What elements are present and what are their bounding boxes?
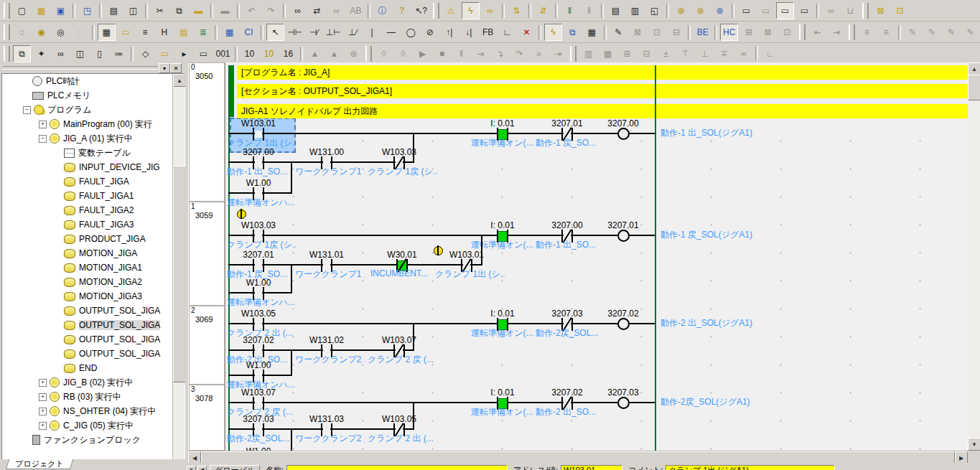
differential-monitor-icon[interactable]: ∞ (481, 2, 499, 19)
address-value-field[interactable]: W103.01 (561, 465, 622, 470)
dock-handle[interactable] (3, 66, 158, 70)
contact-no[interactable] (251, 258, 266, 273)
contact-nc[interactable] (392, 423, 406, 437)
compare-with-plc-icon[interactable]: ⇅ (508, 2, 526, 19)
tree-item-fault_jiga3[interactable]: FAULT_JIGA3 (2, 217, 172, 232)
ladder-vertical-scrollbar[interactable]: ▲ ▼ (968, 62, 980, 451)
tree-item-motion_jiga[interactable]: MOTION_JIGA (2, 246, 172, 260)
toolbar-handle[interactable] (849, 24, 855, 40)
tree-item-motion_jiga2[interactable]: MOTION_JIGA2 (2, 275, 172, 289)
output-window-icon[interactable]: ✦ (32, 45, 50, 62)
contact-no[interactable] (495, 229, 510, 243)
add-section-icon[interactable]: ▥ (626, 2, 644, 19)
zoom-tool-icon[interactable]: ◌ (13, 24, 31, 41)
contact-no[interactable] (251, 286, 266, 301)
display-hex-icon[interactable]: 16 (279, 45, 297, 62)
tree-item-jig_b-02-[interactable]: +JIG_B (02) 実行中 (2, 375, 172, 390)
tree-item-fault_jiga2[interactable]: FAULT_JIGA2 (2, 203, 172, 217)
address-reference-icon[interactable]: ⇄ (308, 2, 326, 19)
compile-program-check-icon[interactable]: ◳ (78, 2, 96, 19)
global-tab[interactable]: グローバル (210, 465, 260, 470)
find-icon[interactable]: ∞ (289, 2, 307, 19)
contact-no[interactable] (495, 127, 510, 141)
local-window-icon[interactable]: ▯ (90, 45, 108, 62)
tree-item-end[interactable]: END (2, 361, 172, 375)
contact-or-no-tool-icon[interactable]: ⊥⊢ (325, 24, 342, 41)
online-edit-go-icon[interactable]: ▦ (583, 24, 601, 41)
output-coil[interactable] (617, 128, 630, 140)
tree-scroll-thumb[interactable] (173, 166, 186, 382)
tree-item-output_sol_jiga[interactable]: OUTPUT_SOL_JIGA (2, 304, 172, 318)
tree-item-ns_ohter-04-[interactable]: +NS_OHTER (04) 実行中 (2, 404, 172, 418)
display-decimal-icon[interactable]: 10 (241, 45, 258, 62)
differentiate-down-tool-icon[interactable]: ↓| (459, 24, 477, 41)
section-display-icon[interactable]: ▤ (174, 24, 192, 41)
online-edit-send-icon[interactable]: ⊛ (691, 2, 709, 19)
tab-project[interactable]: プロジェクト (6, 459, 73, 469)
statement-list-icon[interactable]: ≡ (136, 24, 154, 41)
toolbar-handle[interactable] (862, 3, 869, 19)
mode-run-icon[interactable]: ▭ (795, 2, 813, 19)
tree-item-plc-[interactable]: PLCメモリ (2, 88, 172, 103)
contact-no[interactable] (251, 369, 266, 383)
contact-no[interactable] (319, 258, 334, 273)
mode-monitor-icon[interactable]: ▭ (776, 2, 794, 19)
find-section-icon[interactable]: ◱ (645, 2, 663, 19)
expand-icon[interactable]: + (39, 393, 47, 401)
contact-nc[interactable] (459, 258, 474, 273)
collapse-icon[interactable]: − (39, 135, 47, 143)
expand-icon[interactable]: + (39, 408, 47, 415)
tree-item-motion_jiga1[interactable]: MOTION_JIGA1 (2, 260, 172, 275)
contact-no[interactable] (251, 396, 266, 410)
contact-nc[interactable] (560, 127, 574, 141)
copy-icon[interactable]: ⧉ (170, 2, 188, 19)
contact-nc-tool-icon[interactable]: ⊣∕ (305, 24, 323, 41)
transfer-to-plc-icon[interactable]: ⇵ (534, 2, 552, 19)
print-icon[interactable]: ▤ (105, 2, 123, 19)
contact-nc[interactable] (560, 229, 574, 243)
program-section-list-icon[interactable]: ≣ (194, 24, 212, 41)
contact-no[interactable] (251, 187, 266, 201)
bar-back-button[interactable]: ◀ (197, 466, 207, 470)
contact-no[interactable] (251, 229, 266, 243)
ladder-horizontal-scrollbar[interactable]: ◀ ▶ (188, 451, 968, 464)
properties-icon[interactable]: ≔ (110, 45, 128, 62)
watch-window-icon[interactable]: HC (720, 24, 738, 41)
watch-box-icon[interactable]: ◫ (71, 45, 89, 62)
help-icon[interactable]: ? (393, 2, 411, 19)
instruction-tool-icon[interactable]: FB (479, 24, 497, 41)
interlock-tool-icon[interactable]: ∟ (498, 24, 516, 41)
contact-no[interactable] (251, 317, 266, 332)
tree-item-fault_jiga[interactable]: FAULT_JIGA (2, 174, 172, 189)
comment-field[interactable]: クランプ 1出 (ジグA1) (666, 465, 835, 470)
tree-item-rb-03-[interactable]: +RB (03) 実行中 (2, 390, 172, 404)
output-coil[interactable] (617, 230, 630, 242)
contact-no-tool-icon[interactable]: ⊣⊢ (286, 24, 304, 41)
cross-reference-icon[interactable]: ∞ (52, 45, 70, 62)
contact-no[interactable] (251, 156, 266, 170)
differentiate-up-tool-icon[interactable]: ↑| (440, 24, 458, 41)
ci-instruction-icon[interactable]: CI (240, 24, 258, 41)
transfer-section-icon[interactable]: ▤ (607, 2, 625, 19)
rung-margin-cell[interactable] (189, 62, 225, 202)
tree-vertical-scrollbar[interactable]: ▲ ▼ (172, 74, 185, 470)
binary-display-icon[interactable]: 001 (214, 45, 232, 62)
toolbar-handle[interactable] (4, 24, 10, 40)
tree-item-input_device_jig[interactable]: INPUT_DEVICE_JIG (2, 160, 172, 174)
expand-icon[interactable]: + (39, 422, 47, 430)
dialog-box-icon[interactable]: ▭ (195, 45, 213, 62)
contact-no[interactable] (495, 317, 510, 332)
toolbar-handle[interactable] (799, 24, 806, 40)
toolbar-handle[interactable] (4, 46, 10, 62)
tree-item-product_jiga[interactable]: PRODUCT_JIGA (2, 232, 172, 246)
tree-item-c_jig-05-[interactable]: +C_JIG (05) 実行中 (2, 418, 172, 433)
open-project-icon[interactable]: ▦ (32, 2, 50, 19)
collapse-icon[interactable]: − (23, 106, 31, 114)
workspace-toggle-icon[interactable]: ⧉ (13, 45, 31, 62)
display-signed-decimal-icon[interactable]: 10 (260, 45, 278, 62)
vertical-line-tool-icon[interactable]: | (363, 24, 381, 41)
horizontal-line-tool-icon[interactable]: — (383, 24, 401, 41)
tree-item-plc-[interactable]: PLC時計 (2, 74, 172, 88)
contact-no[interactable] (319, 156, 334, 170)
contact-no[interactable] (319, 423, 334, 437)
